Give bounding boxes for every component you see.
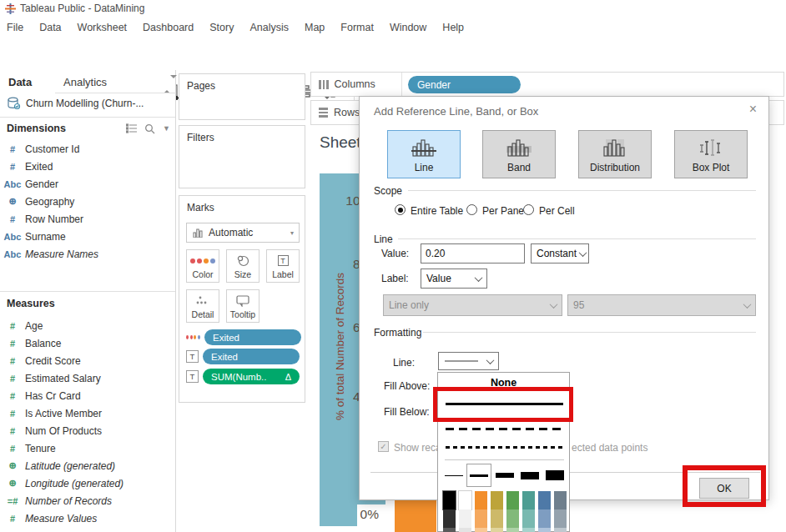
line-style-select[interactable] — [438, 352, 499, 370]
menu-item[interactable]: File — [7, 22, 23, 33]
filters-card[interactable]: Filters — [179, 125, 305, 188]
field-item[interactable]: ⊕ Latitude (generated) — [0, 457, 175, 474]
field-label: Has Cr Card — [25, 390, 81, 402]
line-style-dotted-option[interactable] — [446, 446, 563, 449]
field-item[interactable]: # Is Active Member — [0, 404, 175, 422]
combo-caret-icon — [482, 359, 498, 364]
pane-menu-caret-icon[interactable]: ▼ — [163, 124, 170, 133]
label-button[interactable]: T Label — [266, 249, 300, 283]
size-icon — [236, 253, 249, 268]
rows-icon — [319, 108, 328, 118]
dimensions-list: # Customer Id # Exited Abc Gender ⊕ Geog… — [0, 140, 175, 263]
field-label: Number of Records — [25, 495, 112, 507]
datasource-item[interactable]: Churn Modelling (Churn-... — [7, 97, 170, 110]
pill-exited-text[interactable]: Exited — [203, 349, 300, 364]
bar-chart-icon — [193, 228, 203, 238]
close-icon[interactable]: × — [749, 102, 757, 117]
radio-entire-table-label: Entire Table — [411, 205, 463, 217]
field-item[interactable]: # Estimated Salary — [0, 369, 175, 387]
combo-caret-icon — [471, 276, 486, 282]
thickness-option-4[interactable] — [517, 464, 542, 487]
field-item[interactable]: # Tenure — [0, 439, 175, 457]
color-button[interactable]: Color — [186, 249, 219, 283]
menu-item[interactable]: Window — [390, 22, 426, 33]
line-style-dashed-option[interactable] — [446, 428, 563, 430]
palette-column[interactable] — [443, 491, 456, 532]
tableau-window: Tableau Public - DataMining FileDataWork… — [0, 0, 786, 532]
palette-column[interactable] — [459, 491, 471, 532]
pill-gender[interactable]: Gender — [408, 76, 521, 93]
field-label: Credit Score — [25, 355, 81, 367]
radio-per-cell[interactable] — [523, 204, 534, 215]
menu-item[interactable]: Map — [305, 22, 325, 33]
field-item[interactable]: # Balance — [0, 334, 175, 352]
pane-sort-icon[interactable] — [164, 78, 177, 90]
field-label: Measure Values — [25, 513, 97, 524]
field-label: Num Of Products — [25, 425, 102, 437]
size-button[interactable]: Size — [226, 249, 259, 283]
field-item[interactable]: ⊕ Geography — [0, 193, 175, 210]
radio-per-pane[interactable] — [466, 204, 477, 215]
thickness-option-5[interactable] — [542, 464, 567, 487]
thickness-option-2[interactable] — [466, 464, 491, 487]
formatting-header: Formatting — [374, 327, 421, 339]
menu-item[interactable]: Analysis — [249, 22, 289, 33]
pill-sum-records[interactable]: SUM(Numb.. Δ — [203, 369, 300, 384]
type-distribution-button[interactable]: Distribution — [578, 130, 652, 178]
field-item[interactable]: Abc Gender — [0, 175, 175, 193]
value-input[interactable]: 0.20 — [421, 243, 525, 263]
menu-item[interactable]: Dashboard — [143, 22, 194, 33]
view-list-icon[interactable] — [126, 123, 137, 133]
field-type-icon: # — [0, 391, 25, 401]
field-label: Surname — [25, 231, 66, 243]
field-item[interactable]: # Exited — [0, 158, 175, 175]
palette-column[interactable] — [522, 491, 535, 532]
field-item[interactable]: # Age — [0, 317, 175, 334]
menu-item[interactable]: Worksheet — [78, 22, 128, 33]
menu-item[interactable]: Help — [442, 22, 464, 33]
radio-entire-table[interactable] — [395, 204, 406, 215]
thickness-option-3[interactable] — [492, 464, 517, 487]
tableau-logo-icon — [4, 3, 17, 15]
tab-analytics[interactable]: Analytics — [63, 76, 107, 88]
menu-item[interactable]: Data — [39, 22, 61, 33]
pill-exited-color[interactable]: Exited — [204, 329, 301, 345]
type-boxplot-button[interactable]: Box Plot — [674, 130, 748, 178]
type-line-button[interactable]: Line — [387, 130, 461, 178]
mark-type-selector[interactable]: Automatic ▾ — [186, 223, 300, 243]
palette-column[interactable] — [538, 491, 551, 532]
palette-column[interactable] — [475, 491, 487, 532]
label-select[interactable]: Value — [421, 269, 487, 289]
field-item[interactable]: Abc Measure Names — [0, 245, 175, 263]
palette-column[interactable] — [491, 491, 503, 532]
pages-card[interactable]: Pages — [179, 73, 305, 120]
field-type-icon: ⊕ — [0, 460, 25, 471]
columns-shelf[interactable]: Columns Gender — [310, 72, 784, 97]
menu-item[interactable]: Story — [209, 22, 234, 33]
search-icon[interactable] — [144, 123, 155, 134]
detail-button[interactable]: Detail — [186, 289, 219, 323]
annotation-box-solid-line — [433, 387, 573, 422]
menu-item[interactable]: Format — [340, 22, 374, 33]
field-item[interactable]: # Credit Score — [0, 352, 175, 369]
field-item[interactable]: # Measure Values — [0, 509, 175, 527]
aggregation-select[interactable]: Constant — [531, 243, 589, 263]
measures-list: # Age # Balance # Credit Score # Estimat… — [0, 317, 175, 527]
field-item[interactable]: # Row Number — [0, 210, 175, 228]
thickness-option-1[interactable] — [441, 464, 466, 487]
tab-data[interactable]: Data — [8, 76, 32, 88]
field-item[interactable]: # Customer Id — [0, 140, 175, 158]
tooltip-button-label: Tooltip — [230, 309, 255, 319]
tooltip-button[interactable]: Tooltip — [226, 289, 259, 323]
field-item[interactable]: =# Number of Records — [0, 492, 175, 509]
field-item[interactable]: ⊕ Longitude (generated) — [0, 474, 175, 492]
field-type-icon: ⊕ — [0, 478, 25, 489]
field-item[interactable]: # Num Of Products — [0, 422, 175, 439]
field-item[interactable]: # Has Cr Card — [0, 387, 175, 404]
datasource-name: Churn Modelling (Churn-... — [26, 98, 144, 109]
label-icon: T — [278, 253, 289, 268]
palette-column[interactable] — [506, 491, 519, 532]
type-band-button[interactable]: Band — [482, 130, 556, 178]
palette-column[interactable] — [554, 491, 567, 532]
field-item[interactable]: Abc Surname — [0, 228, 175, 245]
